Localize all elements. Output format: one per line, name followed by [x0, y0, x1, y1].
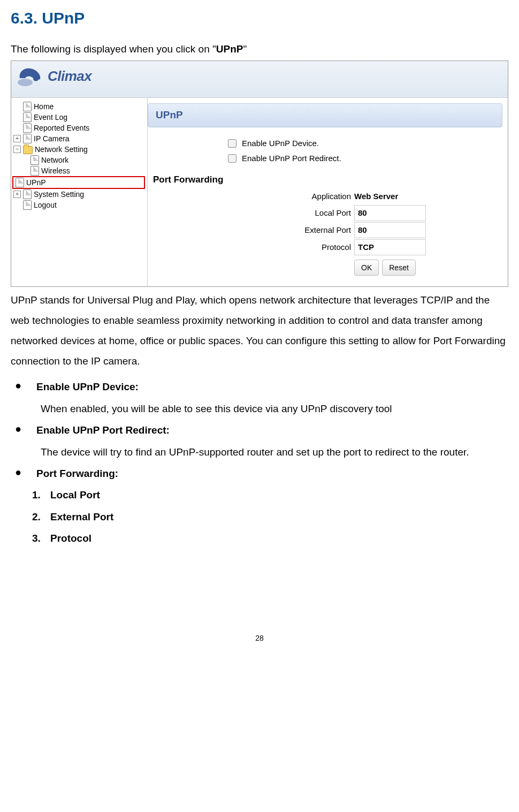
page-icon	[23, 102, 32, 111]
application-value: Web Server	[354, 189, 422, 204]
app-header: Climax	[11, 61, 508, 98]
port-forwarding-subtitle: Port Forwarding	[153, 172, 508, 187]
application-label: Application	[148, 190, 354, 203]
nav-wireless[interactable]: Wireless	[13, 165, 145, 176]
svg-point-1	[33, 78, 39, 81]
nav-network-setting[interactable]: −Network Setting	[13, 144, 145, 155]
bullet-title: Port Forwarding:	[36, 466, 118, 482]
nav-reported-events[interactable]: Reported Events	[13, 123, 145, 133]
camera-logo-icon	[17, 64, 44, 88]
checkbox-label: Enable UPnP Port Redirect.	[242, 152, 341, 165]
expand-icon[interactable]: +	[13, 135, 21, 142]
svg-point-0	[18, 79, 33, 86]
protocol-input[interactable]: TCP	[354, 239, 426, 255]
intro-suffix: "	[243, 43, 247, 55]
list-item: 2.External Port	[32, 509, 508, 525]
list-item: 1.Local Port	[32, 487, 508, 503]
page-icon	[30, 155, 39, 165]
protocol-label: Protocol	[148, 241, 354, 254]
logo-text: Climax	[48, 65, 91, 88]
external-port-label: External Port	[148, 224, 354, 237]
intro-line: The following is displayed when you clic…	[11, 41, 508, 57]
nav-tree: Home Event Log Reported Events +IP Camer…	[11, 98, 148, 286]
local-port-input[interactable]: 80	[354, 205, 426, 221]
bullet-title: Enable UPnP Port Redirect:	[36, 422, 170, 438]
ok-button[interactable]: OK	[354, 260, 379, 276]
nav-home[interactable]: Home	[13, 101, 145, 112]
bullet-body: When enabled, you will be able to see th…	[41, 401, 508, 417]
local-port-label: Local Port	[148, 207, 354, 219]
main-panel: UPnP Enable UPnP Device. Enable UPnP Por…	[148, 98, 508, 286]
nav-system-setting[interactable]: +System Setting	[13, 189, 145, 200]
nav-network[interactable]: Network	[13, 155, 145, 165]
bullet-title: Enable UPnP Device:	[36, 379, 139, 395]
expand-icon[interactable]: +	[13, 191, 21, 198]
page-icon	[23, 134, 32, 143]
page-icon	[30, 166, 39, 176]
checkbox-icon[interactable]	[228, 139, 236, 148]
nav-ip-camera[interactable]: +IP Camera	[13, 133, 145, 144]
collapse-icon[interactable]: −	[13, 146, 21, 153]
bullet-icon: ●	[15, 466, 21, 479]
checkbox-label: Enable UPnP Device.	[242, 137, 319, 150]
page-icon	[23, 200, 32, 210]
nav-event-log[interactable]: Event Log	[13, 112, 145, 123]
page-icon	[23, 112, 32, 122]
reset-button[interactable]: Reset	[382, 260, 416, 276]
page-icon	[16, 178, 24, 187]
intro-bold: UPnP	[216, 43, 243, 55]
bullet-body: The device will try to find an UPnP-supp…	[41, 444, 508, 460]
logo-area: Climax	[17, 64, 91, 88]
screenshot-container: Climax Home Event Log Reported Events +I…	[11, 60, 508, 287]
bullet-icon: ●	[15, 379, 21, 392]
nav-logout[interactable]: Logout	[13, 200, 145, 210]
enable-upnp-redirect-row: Enable UPnP Port Redirect.	[228, 152, 508, 165]
panel-title: UPnP	[148, 103, 502, 127]
checkbox-icon[interactable]	[228, 154, 236, 163]
page-number: 28	[11, 632, 508, 644]
numbered-list: 1.Local Port 2.External Port 3.Protocol	[32, 487, 508, 547]
description-paragraph: UPnP stands for Universal Plug and Play,…	[11, 290, 508, 371]
page-icon	[23, 123, 32, 133]
page-icon	[23, 189, 32, 199]
external-port-input[interactable]: 80	[354, 222, 426, 238]
folder-open-icon	[23, 146, 33, 154]
intro-prefix: The following is displayed when you clic…	[11, 43, 216, 55]
bullet-list: ●Enable UPnP Device: When enabled, you w…	[11, 379, 508, 547]
nav-upnp[interactable]: UPnP	[12, 176, 145, 189]
enable-upnp-device-row: Enable UPnP Device.	[228, 137, 508, 150]
list-item: 3.Protocol	[32, 530, 508, 547]
bullet-icon: ●	[15, 422, 21, 435]
section-heading: 6.3. UPnP	[11, 5, 508, 31]
